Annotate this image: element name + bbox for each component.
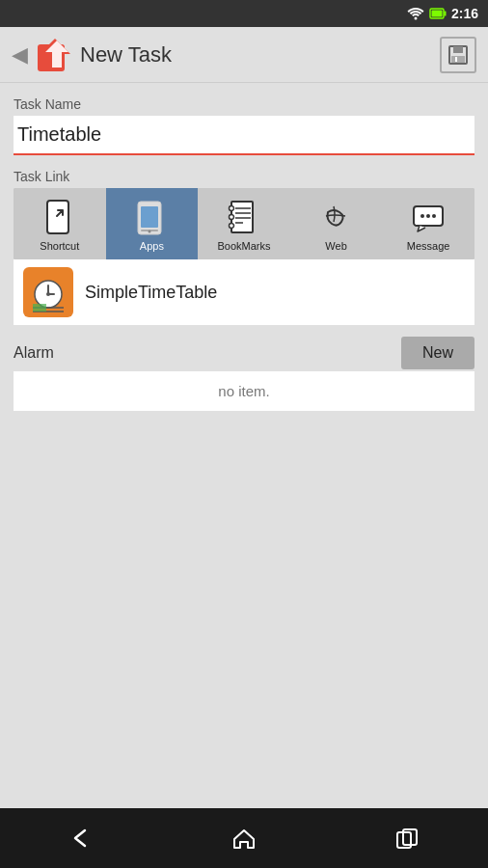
svg-point-0: [414, 17, 417, 20]
app-title: New Task: [80, 42, 172, 68]
recents-button[interactable]: [383, 819, 431, 857]
app-header: ◀ New Task: [0, 27, 488, 83]
svg-rect-14: [141, 206, 158, 228]
web-icon: [317, 198, 356, 236]
svg-point-26: [420, 214, 424, 218]
tab-message[interactable]: Message: [382, 188, 474, 259]
back-arrow-icon[interactable]: ◀: [12, 42, 28, 68]
svg-rect-8: [453, 46, 463, 53]
bookmarks-icon: [225, 198, 263, 236]
task-name-input[interactable]: [14, 116, 474, 155]
main-content: Task Name Task Link Shortcut: [0, 83, 488, 808]
new-alarm-button[interactable]: New: [401, 337, 474, 369]
task-name-section: Task Name: [14, 96, 474, 155]
svg-rect-11: [47, 201, 68, 233]
svg-rect-2: [444, 12, 446, 16]
no-item-text: no item.: [14, 371, 474, 411]
alarm-section: Alarm New no item.: [14, 335, 474, 411]
bottom-nav: [0, 808, 488, 868]
tab-message-label: Message: [407, 240, 450, 252]
svg-point-16: [149, 231, 151, 233]
svg-rect-36: [33, 304, 46, 312]
message-icon: [409, 198, 447, 236]
shortcut-icon: [41, 198, 79, 236]
status-bar: 2:16: [0, 0, 488, 27]
svg-rect-9: [451, 56, 465, 63]
task-link-tabs: Shortcut Apps: [14, 188, 474, 259]
tab-shortcut[interactable]: Shortcut: [14, 188, 106, 259]
apps-icon: [132, 198, 171, 236]
svg-point-27: [426, 214, 430, 218]
svg-point-24: [229, 224, 233, 229]
home-button[interactable]: [220, 819, 268, 857]
tab-shortcut-label: Shortcut: [40, 240, 79, 252]
wifi-icon: [407, 7, 424, 20]
selected-app-row[interactable]: SimpleTimeTable: [14, 259, 474, 325]
status-time: 2:16: [451, 6, 478, 21]
svg-rect-3: [431, 11, 442, 17]
app-logo: [36, 37, 72, 73]
alarm-row: Alarm New: [14, 335, 474, 371]
status-icons: 2:16: [407, 6, 478, 21]
svg-point-28: [432, 214, 436, 218]
svg-point-23: [229, 215, 233, 220]
tab-bookmarks-label: BookMarks: [217, 240, 270, 252]
svg-rect-17: [231, 202, 253, 232]
task-link-section: Task Link Shortcut: [14, 165, 474, 325]
task-name-label: Task Name: [14, 96, 474, 112]
tab-web[interactable]: Web: [290, 188, 383, 259]
svg-point-22: [229, 206, 233, 211]
svg-rect-10: [455, 57, 457, 62]
back-button[interactable]: [57, 819, 105, 857]
battery-icon: [429, 7, 447, 20]
selected-app-icon: [23, 267, 73, 317]
selected-app-name: SimpleTimeTable: [85, 283, 217, 303]
save-button[interactable]: [440, 37, 476, 73]
tab-apps-label: Apps: [140, 240, 164, 252]
header-left: ◀ New Task: [12, 37, 440, 73]
tab-web-label: Web: [325, 240, 346, 252]
alarm-label: Alarm: [14, 344, 54, 362]
tab-bookmarks[interactable]: BookMarks: [198, 188, 290, 259]
tab-apps[interactable]: Apps: [106, 188, 199, 259]
task-link-label: Task Link: [14, 169, 474, 184]
